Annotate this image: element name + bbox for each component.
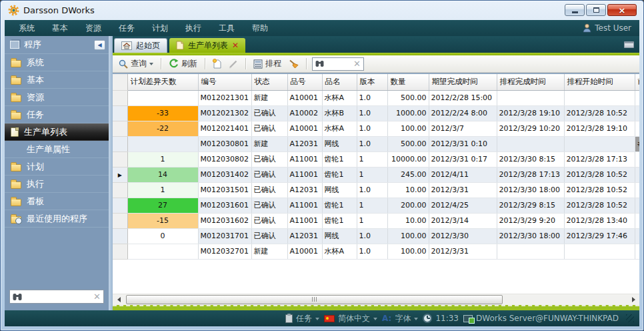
column-header-item_no[interactable]: 品号 xyxy=(287,74,322,90)
table-row[interactable]: ▶14M012031402已确认A11001齿轮11245.002012/4/1… xyxy=(113,167,639,182)
scroll-left-button[interactable] xyxy=(113,294,124,306)
column-header-diff[interactable]: 计划差异天数 xyxy=(127,74,198,90)
sidebar-item[interactable]: 计划 xyxy=(5,158,109,176)
sidebar-items: 系统基本资源任务生产单列表生产单属性计划执行看板最近使用的程序 xyxy=(5,54,109,228)
table-row[interactable]: -15M012031602已确认A11001齿轮1110.002012/3/14… xyxy=(113,213,639,228)
table-row[interactable]: M012030801新建A12031网线1.0500.002012/3/31 0… xyxy=(113,136,639,151)
column-header-sched_start[interactable]: 排程开始时间 xyxy=(564,74,635,90)
table-row[interactable]: -22M012021401已确认A10001水杯A1.0100.002012/3… xyxy=(113,121,639,136)
scrollbar-thumb[interactable] xyxy=(126,295,503,304)
grid-corner-cell xyxy=(113,74,127,90)
float-window-icon[interactable] xyxy=(624,41,634,48)
column-header-extra[interactable]: 前 xyxy=(635,74,639,90)
task-dropdown[interactable]: 任务 xyxy=(285,313,319,324)
query-button[interactable]: 查询 xyxy=(117,57,155,70)
sidebar-item[interactable]: 最近使用的程序 xyxy=(5,210,109,228)
clean-button[interactable] xyxy=(287,59,301,69)
cell-sched_end: 2012/3/29 8:15 xyxy=(497,198,564,213)
font-dropdown[interactable]: A: 字体 xyxy=(382,313,418,324)
cell-qty: 10.00 xyxy=(387,213,429,228)
table-row[interactable]: 1M012031501已确认A12031网线1.010.002012/3/312… xyxy=(113,182,639,198)
column-header-item_name[interactable]: 品名 xyxy=(322,74,357,90)
cell-code: M012030802 xyxy=(198,151,251,167)
maximize-button[interactable] xyxy=(586,4,606,16)
sidebar-collapse-button[interactable]: ◀ xyxy=(94,40,105,50)
column-header-sched_end[interactable]: 排程完成时间 xyxy=(497,74,564,90)
toolbar-search-input[interactable] xyxy=(327,59,351,69)
menu-item[interactable]: 任务 xyxy=(110,21,143,36)
tab-start-page[interactable]: 起始页 xyxy=(114,38,167,53)
cell-status: 已确认 xyxy=(251,228,287,244)
table-row[interactable]: 1M012030802已确认A11001齿轮1110000.002012/3/3… xyxy=(113,151,639,167)
schedule-button[interactable]: 排程 xyxy=(251,57,283,70)
column-header-code[interactable]: 编号 xyxy=(198,74,251,90)
cell-due: 2012/3/31 0:10 xyxy=(429,136,497,151)
table-row[interactable]: -33M012021302已确认A10002水杯B1.01000.002012/… xyxy=(113,105,639,121)
sidebar-item[interactable]: 系统 xyxy=(5,54,109,71)
cell-sched_end: 2012/3/29 9:20 xyxy=(497,213,564,228)
menu-item[interactable]: 工具 xyxy=(210,21,243,36)
table-row[interactable]: 27M012031601已确认A11001齿轮11200.002012/4/25… xyxy=(113,198,639,213)
row-selector[interactable] xyxy=(113,182,127,198)
row-selector[interactable] xyxy=(113,136,127,151)
sidebar-item[interactable]: 执行 xyxy=(5,176,109,193)
menu-item[interactable]: 资源 xyxy=(77,21,110,36)
row-selector[interactable] xyxy=(113,198,127,213)
column-header-version[interactable]: 版本 xyxy=(357,74,387,90)
row-selector[interactable] xyxy=(113,105,127,121)
cell-qty: 10.00 xyxy=(387,182,429,198)
sidebar-search-clear-icon[interactable]: ✕ xyxy=(93,292,101,301)
schedule-label: 排程 xyxy=(265,58,281,69)
close-button[interactable]: × xyxy=(607,4,637,16)
cell-status: 已确认 xyxy=(251,182,287,198)
cell-code: M012021401 xyxy=(198,121,251,136)
toolbar-search-clear-icon[interactable]: ✕ xyxy=(353,59,361,68)
sidebar-item[interactable]: 基本 xyxy=(5,71,109,89)
sidebar-item[interactable]: 资源 xyxy=(5,89,109,106)
new-button[interactable] xyxy=(211,58,223,69)
sidebar-item[interactable]: 任务 xyxy=(5,106,109,123)
scroll-right-button[interactable] xyxy=(628,294,639,306)
time-value: 11:33 xyxy=(435,314,459,323)
row-selector[interactable] xyxy=(113,228,127,244)
cell-sched_start xyxy=(564,136,635,151)
refresh-button[interactable]: 刷新 xyxy=(167,57,199,70)
menu-item[interactable]: 执行 xyxy=(177,21,210,36)
row-selector[interactable] xyxy=(113,151,127,167)
cell-sched_start: 2012/3/28 13:40 xyxy=(564,213,635,228)
edit-button[interactable] xyxy=(227,59,240,69)
row-selector[interactable]: ▶ xyxy=(113,167,127,182)
close-tab-icon[interactable]: ✕ xyxy=(232,41,239,49)
language-dropdown[interactable]: 简体中文 xyxy=(324,313,377,324)
row-selector[interactable] xyxy=(113,121,127,136)
menu-item[interactable]: 帮助 xyxy=(243,21,277,36)
row-selector[interactable] xyxy=(113,244,127,259)
column-header-qty[interactable]: 数量 xyxy=(387,74,429,90)
cell-extra xyxy=(635,198,639,213)
menu-item[interactable]: 基本 xyxy=(43,21,77,36)
sidebar-item[interactable]: 生产单列表 xyxy=(5,123,109,141)
sidebar-item[interactable]: 生产单属性 xyxy=(5,141,109,158)
table-row[interactable]: M012021301新建A10001水杯A1.0500.002012/2/28 … xyxy=(113,90,639,105)
menu-item[interactable]: 系统 xyxy=(10,21,43,36)
table-row[interactable]: 0M012031701已确认A12031网线1.0100.002012/3/30… xyxy=(113,228,639,244)
sidebar-item[interactable]: 看板 xyxy=(5,193,109,210)
column-header-status[interactable]: 状态 xyxy=(251,74,287,90)
cell-extra xyxy=(635,182,639,198)
horizontal-scrollbar[interactable] xyxy=(113,294,639,305)
minimize-button[interactable] xyxy=(565,4,585,16)
selected-row-arrow-icon: ▶ xyxy=(118,172,122,178)
row-selector[interactable] xyxy=(113,90,127,105)
menu-item[interactable]: 计划 xyxy=(143,21,177,36)
toolbar-separator xyxy=(205,58,205,69)
tab-production-order-list[interactable]: 生产单列表 ✕ xyxy=(169,38,245,53)
column-header-due[interactable]: 期望完成时间 xyxy=(429,74,497,90)
cell-extra xyxy=(635,121,639,136)
row-selector[interactable] xyxy=(113,213,127,228)
sidebar-search-input[interactable] xyxy=(25,292,91,302)
grid-viewport: 计划差异天数编号状态品号品名版本数量期望完成时间排程完成时间排程开始时间前 M0… xyxy=(113,74,639,294)
cell-version: 1 xyxy=(357,198,387,213)
table-row[interactable]: M012032701新建A10001水杯A1.0100.002012/3/31 xyxy=(113,244,639,259)
resize-grip[interactable] xyxy=(626,314,634,322)
scrollbar-track[interactable] xyxy=(124,294,628,306)
